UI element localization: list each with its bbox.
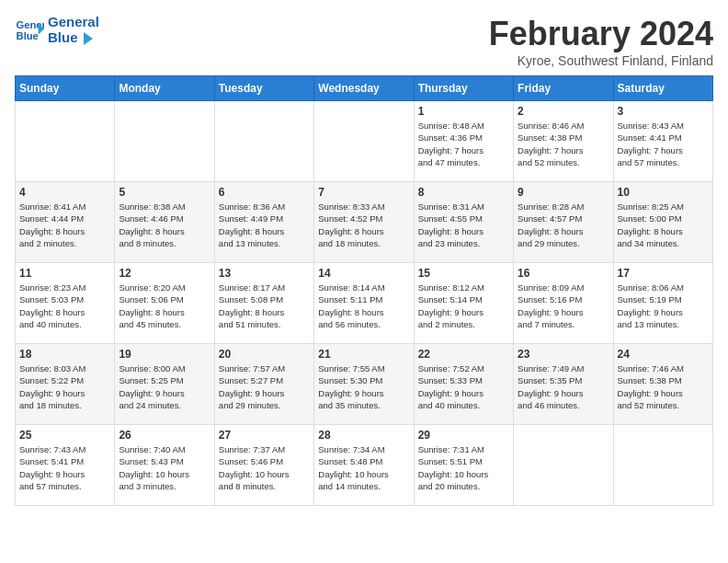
weekday-header-cell: Friday [514,76,613,101]
day-info: Sunrise: 8:06 AM Sunset: 5:19 PM Dayligh… [618,282,709,330]
calendar-cell: 9Sunrise: 8:28 AM Sunset: 4:57 PM Daylig… [514,182,613,263]
day-info: Sunrise: 8:14 AM Sunset: 5:11 PM Dayligh… [318,282,409,330]
weekday-header-cell: Monday [115,76,214,101]
day-number: 21 [318,348,409,361]
logo: General Blue General Blue [15,15,99,45]
day-info: Sunrise: 7:55 AM Sunset: 5:30 PM Dayligh… [318,362,409,411]
weekday-header-cell: Wednesday [314,76,414,101]
calendar-cell: 11Sunrise: 8:23 AM Sunset: 5:03 PM Dayli… [16,263,115,344]
weekday-header-cell: Saturday [613,76,712,101]
day-info: Sunrise: 8:36 AM Sunset: 4:49 PM Dayligh… [219,201,310,249]
calendar-cell: 14Sunrise: 8:14 AM Sunset: 5:11 PM Dayli… [314,263,414,344]
logo-general: General [48,15,99,30]
page-subtitle: Kyroe, Southwest Finland, Finland [489,53,713,68]
calendar-week-row: 1Sunrise: 8:48 AM Sunset: 4:36 PM Daylig… [16,101,713,182]
calendar-cell: 1Sunrise: 8:48 AM Sunset: 4:36 PM Daylig… [414,101,513,182]
calendar-cell [115,101,214,182]
calendar-cell [16,101,115,182]
day-number: 16 [518,267,609,280]
weekday-header-cell: Thursday [414,76,513,101]
calendar-cell: 24Sunrise: 7:46 AM Sunset: 5:38 PM Dayli… [613,344,712,425]
day-info: Sunrise: 8:46 AM Sunset: 4:38 PM Dayligh… [518,120,609,168]
calendar-cell: 21Sunrise: 7:55 AM Sunset: 5:30 PM Dayli… [314,344,414,425]
day-info: Sunrise: 8:28 AM Sunset: 4:57 PM Dayligh… [518,201,609,249]
header: General Blue General Blue February 2024 … [15,15,713,68]
day-info: Sunrise: 8:09 AM Sunset: 5:16 PM Dayligh… [518,282,609,330]
day-number: 4 [19,186,110,199]
svg-text:Blue: Blue [17,29,39,40]
day-info: Sunrise: 8:20 AM Sunset: 5:06 PM Dayligh… [119,282,210,330]
day-number: 3 [618,105,709,118]
calendar-body: 1Sunrise: 8:48 AM Sunset: 4:36 PM Daylig… [16,101,713,506]
day-number: 5 [119,186,210,199]
calendar-week-row: 4Sunrise: 8:41 AM Sunset: 4:44 PM Daylig… [16,182,713,263]
day-number: 20 [219,348,310,361]
day-info: Sunrise: 8:43 AM Sunset: 4:41 PM Dayligh… [618,120,709,168]
day-info: Sunrise: 7:37 AM Sunset: 5:46 PM Dayligh… [219,443,310,492]
day-number: 11 [19,267,110,280]
calendar-cell [214,101,313,182]
calendar-cell: 8Sunrise: 8:31 AM Sunset: 4:55 PM Daylig… [414,182,513,263]
day-number: 9 [518,186,609,199]
day-number: 28 [318,429,409,442]
day-info: Sunrise: 8:38 AM Sunset: 4:46 PM Dayligh… [119,201,210,249]
calendar-cell: 2Sunrise: 8:46 AM Sunset: 4:38 PM Daylig… [514,101,613,182]
day-number: 15 [418,267,509,280]
calendar-cell: 23Sunrise: 7:49 AM Sunset: 5:35 PM Dayli… [514,344,613,425]
day-info: Sunrise: 8:41 AM Sunset: 4:44 PM Dayligh… [19,201,110,249]
day-number: 24 [618,348,709,361]
day-number: 23 [518,348,609,361]
day-number: 8 [418,186,509,199]
calendar-week-row: 18Sunrise: 8:03 AM Sunset: 5:22 PM Dayli… [16,344,713,425]
day-number: 18 [19,348,110,361]
calendar-cell: 10Sunrise: 8:25 AM Sunset: 5:00 PM Dayli… [613,182,712,263]
day-number: 27 [219,429,310,442]
calendar-cell: 3Sunrise: 8:43 AM Sunset: 4:41 PM Daylig… [613,101,712,182]
day-number: 2 [518,105,609,118]
day-info: Sunrise: 8:23 AM Sunset: 5:03 PM Dayligh… [19,282,110,330]
day-number: 7 [318,186,409,199]
day-number: 13 [219,267,310,280]
calendar-cell: 7Sunrise: 8:33 AM Sunset: 4:52 PM Daylig… [314,182,414,263]
day-info: Sunrise: 8:25 AM Sunset: 5:00 PM Dayligh… [618,201,709,249]
calendar-week-row: 11Sunrise: 8:23 AM Sunset: 5:03 PM Dayli… [16,263,713,344]
day-info: Sunrise: 8:00 AM Sunset: 5:25 PM Dayligh… [119,362,210,411]
calendar-cell [514,425,613,506]
day-number: 19 [119,348,210,361]
day-info: Sunrise: 8:33 AM Sunset: 4:52 PM Dayligh… [318,201,409,249]
day-info: Sunrise: 8:48 AM Sunset: 4:36 PM Dayligh… [418,120,509,168]
weekday-header-row: SundayMondayTuesdayWednesdayThursdayFrid… [16,76,713,101]
day-info: Sunrise: 7:57 AM Sunset: 5:27 PM Dayligh… [219,362,310,411]
day-info: Sunrise: 7:31 AM Sunset: 5:51 PM Dayligh… [418,443,509,492]
calendar-cell: 19Sunrise: 8:00 AM Sunset: 5:25 PM Dayli… [115,344,214,425]
calendar-cell: 29Sunrise: 7:31 AM Sunset: 5:51 PM Dayli… [414,425,513,506]
day-number: 26 [119,429,210,442]
day-number: 17 [618,267,709,280]
calendar-cell: 18Sunrise: 8:03 AM Sunset: 5:22 PM Dayli… [16,344,115,425]
day-info: Sunrise: 8:31 AM Sunset: 4:55 PM Dayligh… [418,201,509,249]
day-number: 29 [418,429,509,442]
calendar-cell: 22Sunrise: 7:52 AM Sunset: 5:33 PM Dayli… [414,344,513,425]
day-number: 10 [618,186,709,199]
page-title: February 2024 [489,15,713,53]
day-info: Sunrise: 7:49 AM Sunset: 5:35 PM Dayligh… [518,362,609,411]
day-number: 1 [418,105,509,118]
weekday-header-cell: Tuesday [214,76,313,101]
calendar-table: SundayMondayTuesdayWednesdayThursdayFrid… [15,75,713,506]
calendar-cell: 16Sunrise: 8:09 AM Sunset: 5:16 PM Dayli… [514,263,613,344]
logo-blue: Blue [48,30,99,46]
calendar-cell [613,425,712,506]
calendar-cell: 26Sunrise: 7:40 AM Sunset: 5:43 PM Dayli… [115,425,214,506]
calendar-cell: 25Sunrise: 7:43 AM Sunset: 5:41 PM Dayli… [16,425,115,506]
calendar-cell: 17Sunrise: 8:06 AM Sunset: 5:19 PM Dayli… [613,263,712,344]
day-number: 25 [19,429,110,442]
day-number: 6 [219,186,310,199]
calendar-cell: 13Sunrise: 8:17 AM Sunset: 5:08 PM Dayli… [214,263,313,344]
day-info: Sunrise: 7:40 AM Sunset: 5:43 PM Dayligh… [119,443,210,492]
day-info: Sunrise: 8:12 AM Sunset: 5:14 PM Dayligh… [418,282,509,330]
title-block: February 2024 Kyroe, Southwest Finland, … [489,15,713,68]
day-info: Sunrise: 8:03 AM Sunset: 5:22 PM Dayligh… [19,362,110,411]
calendar-cell: 15Sunrise: 8:12 AM Sunset: 5:14 PM Dayli… [414,263,513,344]
weekday-header-cell: Sunday [16,76,115,101]
day-info: Sunrise: 7:46 AM Sunset: 5:38 PM Dayligh… [618,362,709,411]
